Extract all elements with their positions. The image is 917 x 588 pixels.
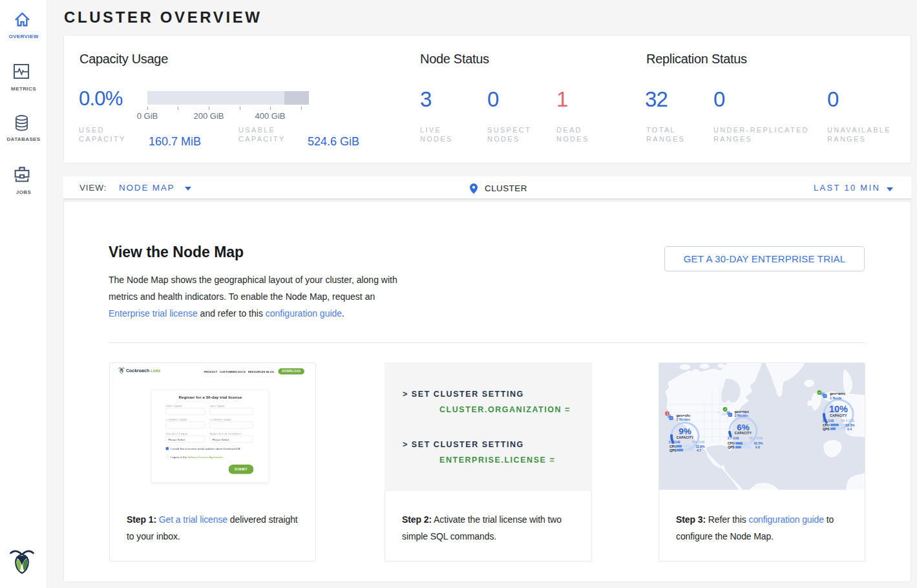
svg-text:CAPACITY: CAPACITY	[677, 436, 694, 439]
svg-text:0.4: 0.4	[847, 427, 852, 431]
svg-text:QPS: QPS	[823, 427, 830, 431]
svg-text:9%: 9%	[679, 426, 691, 436]
svg-text:3.7 GiB: 3.7 GiB	[728, 436, 739, 440]
svg-text:10%: 10%	[829, 404, 848, 414]
svg-text:45.7 GiB: 45.7 GiB	[749, 436, 763, 440]
svg-text:3.2 GiB: 3.2 GiB	[669, 440, 680, 444]
svg-text:2 Nodes: 2 Nodes	[677, 417, 690, 421]
svg-text:351 GiB: 351 GiB	[692, 440, 705, 444]
svg-text:CAPACITY: CAPACITY	[830, 414, 847, 417]
svg-text:QPS: QPS	[669, 448, 677, 452]
svg-text:6%: 6%	[737, 423, 750, 432]
svg-text:geo=ams: geo=ams	[830, 392, 845, 395]
svg-text:3.6 GiB: 3.6 GiB	[823, 419, 834, 423]
svg-text:1 Node: 1 Node	[830, 396, 841, 400]
svg-text:QPS: QPS	[728, 445, 735, 449]
svg-text:36.4 GiB: 36.4 GiB	[841, 419, 854, 423]
svg-text:2 Nodes: 2 Nodes	[735, 414, 748, 417]
svg-text:4.7: 4.7	[697, 448, 701, 452]
svg-text:CAPACITY: CAPACITY	[735, 432, 752, 435]
svg-text:0.0: 0.0	[755, 445, 760, 449]
